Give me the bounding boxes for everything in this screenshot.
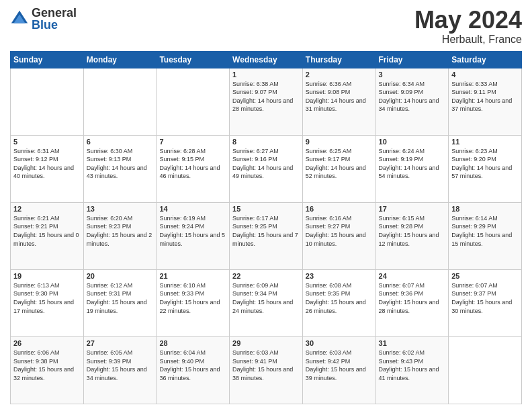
calendar-cell: 17Sunrise: 6:15 AM Sunset: 9:28 PM Dayli…	[375, 202, 449, 269]
day-number: 4	[451, 71, 519, 79]
day-number: 6	[87, 138, 154, 146]
cell-sun-info: Sunrise: 6:13 AM Sunset: 9:30 PM Dayligh…	[13, 281, 81, 315]
cell-sun-info: Sunrise: 6:25 AM Sunset: 9:17 PM Dayligh…	[306, 147, 373, 181]
day-number: 8	[232, 138, 300, 146]
header-thursday: Thursday	[302, 51, 375, 68]
day-number: 23	[306, 272, 373, 280]
day-number: 30	[306, 339, 373, 347]
cell-sun-info: Sunrise: 6:33 AM Sunset: 9:11 PM Dayligh…	[451, 80, 519, 113]
day-number: 12	[13, 205, 81, 213]
logo-text: General Blue	[32, 7, 77, 31]
day-number: 1	[232, 71, 300, 79]
calendar-week-3: 12Sunrise: 6:21 AM Sunset: 9:21 PM Dayli…	[11, 202, 522, 269]
cell-sun-info: Sunrise: 6:05 AM Sunset: 9:39 PM Dayligh…	[87, 349, 154, 382]
calendar-cell: 14Sunrise: 6:19 AM Sunset: 9:24 PM Dayli…	[157, 202, 230, 269]
calendar-cell: 11Sunrise: 6:23 AM Sunset: 9:20 PM Dayli…	[449, 135, 522, 202]
cell-sun-info: Sunrise: 6:03 AM Sunset: 9:41 PM Dayligh…	[232, 349, 300, 382]
calendar-location: Herbault, France	[414, 34, 522, 46]
header-sunday: Sunday	[11, 51, 84, 68]
day-number: 24	[379, 272, 446, 280]
calendar-cell: 13Sunrise: 6:20 AM Sunset: 9:23 PM Dayli…	[83, 202, 157, 269]
logo-blue-text: Blue	[32, 19, 77, 31]
day-number: 27	[87, 339, 154, 347]
day-number: 20	[87, 272, 154, 280]
calendar-cell: 6Sunrise: 6:30 AM Sunset: 9:13 PM Daylig…	[83, 135, 157, 202]
cell-sun-info: Sunrise: 6:07 AM Sunset: 9:36 PM Dayligh…	[379, 281, 446, 315]
header: General Blue May 2024 Herbault, France	[10, 7, 522, 46]
cell-sun-info: Sunrise: 6:27 AM Sunset: 9:16 PM Dayligh…	[232, 147, 300, 181]
cell-sun-info: Sunrise: 6:10 AM Sunset: 9:33 PM Dayligh…	[159, 281, 226, 315]
cell-sun-info: Sunrise: 6:30 AM Sunset: 9:13 PM Dayligh…	[87, 147, 154, 181]
calendar-week-2: 5Sunrise: 6:31 AM Sunset: 9:12 PM Daylig…	[11, 135, 522, 202]
cell-sun-info: Sunrise: 6:08 AM Sunset: 9:35 PM Dayligh…	[306, 281, 373, 315]
cell-sun-info: Sunrise: 6:16 AM Sunset: 9:27 PM Dayligh…	[306, 214, 373, 248]
day-number: 31	[379, 339, 446, 347]
cell-sun-info: Sunrise: 6:02 AM Sunset: 9:43 PM Dayligh…	[379, 349, 446, 382]
calendar-cell: 10Sunrise: 6:24 AM Sunset: 9:19 PM Dayli…	[375, 135, 449, 202]
calendar-cell: 19Sunrise: 6:13 AM Sunset: 9:30 PM Dayli…	[11, 269, 84, 336]
calendar-cell: 1Sunrise: 6:38 AM Sunset: 9:07 PM Daylig…	[230, 68, 303, 135]
calendar-cell: 20Sunrise: 6:12 AM Sunset: 9:31 PM Dayli…	[83, 269, 157, 336]
day-number: 3	[379, 71, 446, 79]
cell-sun-info: Sunrise: 6:03 AM Sunset: 9:42 PM Dayligh…	[306, 349, 373, 382]
calendar-cell: 30Sunrise: 6:03 AM Sunset: 9:42 PM Dayli…	[302, 336, 375, 404]
calendar-cell	[11, 68, 84, 135]
day-number: 18	[451, 205, 519, 213]
calendar-cell: 27Sunrise: 6:05 AM Sunset: 9:39 PM Dayli…	[83, 336, 157, 404]
calendar-cell: 12Sunrise: 6:21 AM Sunset: 9:21 PM Dayli…	[11, 202, 84, 269]
calendar-title: May 2024	[414, 7, 522, 34]
calendar-week-4: 19Sunrise: 6:13 AM Sunset: 9:30 PM Dayli…	[11, 269, 522, 336]
calendar-cell: 5Sunrise: 6:31 AM Sunset: 9:12 PM Daylig…	[11, 135, 84, 202]
title-block: May 2024 Herbault, France	[414, 7, 522, 46]
cell-sun-info: Sunrise: 6:07 AM Sunset: 9:37 PM Dayligh…	[451, 281, 519, 315]
cell-sun-info: Sunrise: 6:04 AM Sunset: 9:40 PM Dayligh…	[159, 349, 226, 382]
cell-sun-info: Sunrise: 6:12 AM Sunset: 9:31 PM Dayligh…	[87, 281, 154, 315]
day-number: 29	[232, 339, 300, 347]
header-tuesday: Tuesday	[157, 51, 230, 68]
day-number: 9	[306, 138, 373, 146]
cell-sun-info: Sunrise: 6:34 AM Sunset: 9:09 PM Dayligh…	[379, 80, 446, 113]
calendar-cell: 2Sunrise: 6:36 AM Sunset: 9:08 PM Daylig…	[302, 68, 375, 135]
calendar-cell: 25Sunrise: 6:07 AM Sunset: 9:37 PM Dayli…	[449, 269, 522, 336]
cell-sun-info: Sunrise: 6:17 AM Sunset: 9:25 PM Dayligh…	[232, 214, 300, 248]
cell-sun-info: Sunrise: 6:09 AM Sunset: 9:34 PM Dayligh…	[232, 281, 300, 315]
calendar-cell: 15Sunrise: 6:17 AM Sunset: 9:25 PM Dayli…	[230, 202, 303, 269]
calendar-cell: 23Sunrise: 6:08 AM Sunset: 9:35 PM Dayli…	[302, 269, 375, 336]
cell-sun-info: Sunrise: 6:36 AM Sunset: 9:08 PM Dayligh…	[306, 80, 373, 113]
header-monday: Monday	[83, 51, 157, 68]
cell-sun-info: Sunrise: 6:14 AM Sunset: 9:29 PM Dayligh…	[451, 214, 519, 248]
calendar-cell: 22Sunrise: 6:09 AM Sunset: 9:34 PM Dayli…	[230, 269, 303, 336]
calendar-table: Sunday Monday Tuesday Wednesday Thursday…	[10, 51, 522, 404]
calendar-cell: 18Sunrise: 6:14 AM Sunset: 9:29 PM Dayli…	[449, 202, 522, 269]
day-number: 13	[87, 205, 154, 213]
calendar-week-1: 1Sunrise: 6:38 AM Sunset: 9:07 PM Daylig…	[11, 68, 522, 135]
page: General Blue May 2024 Herbault, France S…	[0, 0, 532, 411]
calendar-cell	[157, 68, 230, 135]
day-number: 22	[232, 272, 300, 280]
calendar-cell: 16Sunrise: 6:16 AM Sunset: 9:27 PM Dayli…	[302, 202, 375, 269]
calendar-cell: 7Sunrise: 6:28 AM Sunset: 9:15 PM Daylig…	[157, 135, 230, 202]
day-number: 17	[379, 205, 446, 213]
calendar-cell: 28Sunrise: 6:04 AM Sunset: 9:40 PM Dayli…	[157, 336, 230, 404]
cell-sun-info: Sunrise: 6:38 AM Sunset: 9:07 PM Dayligh…	[232, 80, 300, 113]
cell-sun-info: Sunrise: 6:19 AM Sunset: 9:24 PM Dayligh…	[159, 214, 226, 248]
day-number: 19	[13, 272, 81, 280]
calendar-cell: 24Sunrise: 6:07 AM Sunset: 9:36 PM Dayli…	[375, 269, 449, 336]
day-number: 26	[13, 339, 81, 347]
header-friday: Friday	[375, 51, 449, 68]
calendar-cell: 8Sunrise: 6:27 AM Sunset: 9:16 PM Daylig…	[230, 135, 303, 202]
calendar-cell	[449, 336, 522, 404]
calendar-cell: 26Sunrise: 6:06 AM Sunset: 9:38 PM Dayli…	[11, 336, 84, 404]
day-number: 15	[232, 205, 300, 213]
header-saturday: Saturday	[449, 51, 522, 68]
day-number: 2	[306, 71, 373, 79]
day-number: 7	[159, 138, 226, 146]
cell-sun-info: Sunrise: 6:31 AM Sunset: 9:12 PM Dayligh…	[13, 147, 81, 181]
calendar-cell: 29Sunrise: 6:03 AM Sunset: 9:41 PM Dayli…	[230, 336, 303, 404]
day-number: 11	[451, 138, 519, 146]
day-number: 5	[13, 138, 81, 146]
calendar-cell: 3Sunrise: 6:34 AM Sunset: 9:09 PM Daylig…	[375, 68, 449, 135]
cell-sun-info: Sunrise: 6:21 AM Sunset: 9:21 PM Dayligh…	[13, 214, 81, 248]
cell-sun-info: Sunrise: 6:28 AM Sunset: 9:15 PM Dayligh…	[159, 147, 226, 181]
calendar-week-5: 26Sunrise: 6:06 AM Sunset: 9:38 PM Dayli…	[11, 336, 522, 404]
